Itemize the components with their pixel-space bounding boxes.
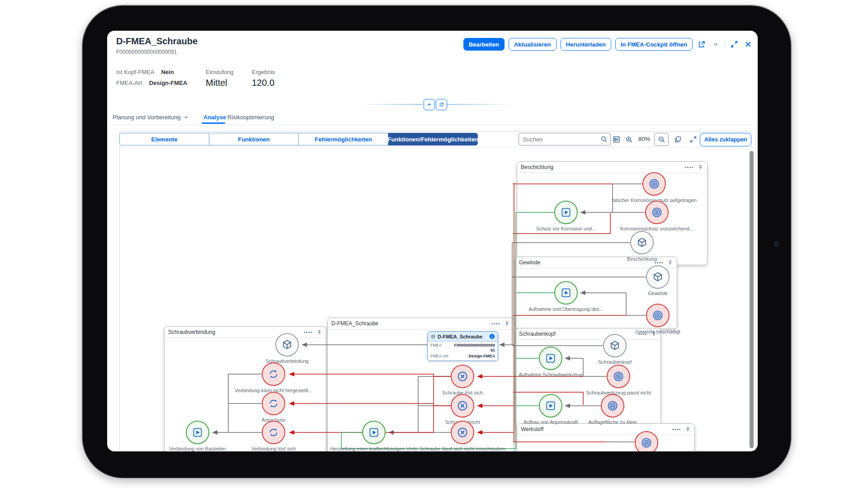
failure-node[interactable]: Schraube lässt sich nicht einschrauben	[451, 421, 474, 444]
function-node[interactable]: Herstellung einer kraftschlüssigen Verbi	[362, 421, 386, 444]
x-circle-icon	[456, 399, 469, 413]
play-icon	[368, 426, 380, 439]
failure-node[interactable]: Gewinde beschädigt	[646, 304, 670, 327]
x-circle-icon	[456, 370, 469, 383]
fmea-info-card[interactable]: D-FMEA_Schraube FMEA F000000000000000009…	[427, 331, 498, 361]
drag-handle-icon[interactable]	[672, 429, 680, 430]
open-cockpit-button[interactable]: In FMEA-Cockpit öffnen	[615, 38, 693, 51]
copy-icon[interactable]	[672, 134, 683, 144]
download-button[interactable]: Herunterladen	[561, 38, 611, 51]
element-node[interactable]: Schraubverbindung	[275, 333, 299, 357]
edit-button[interactable]: Bearbeiten	[463, 38, 505, 51]
toolbar-separator	[120, 147, 755, 148]
tablet-camera	[774, 241, 779, 247]
tablet-screen: D-FMEA_Schraube F0000000000000000091 Bea…	[107, 31, 758, 451]
tab-analyse-label: Analyse	[203, 114, 226, 121]
bullseye-icon	[651, 309, 665, 322]
tab-analyse[interactable]: Analyse	[203, 114, 226, 121]
failure-node[interactable]: Schraube bricht	[451, 394, 474, 418]
element-node[interactable]: Schraubenkopf	[603, 334, 627, 357]
bullseye-icon	[650, 206, 664, 219]
fmea-art-row: FMEA-Art Design-FMEA	[116, 80, 187, 86]
collapse-all-button[interactable]: Alles zuklappen	[700, 133, 751, 146]
segment-funktionen-fehlermoeglichkeiten[interactable]: Funktionen/Fehlermöglichkeiten	[388, 133, 478, 145]
segment-funktionen[interactable]: Funktionen	[209, 133, 299, 145]
vertical-scrollbar[interactable]	[750, 151, 754, 448]
cube-icon	[609, 339, 621, 352]
failure-node[interactable]: Schraube löst sich	[451, 365, 474, 388]
collapse-box-icon[interactable]	[504, 321, 510, 327]
failure-node[interactable]: Verbindung löst sich	[262, 421, 285, 444]
card-art-value: Design-FMEA	[469, 354, 495, 359]
card-title: D-FMEA_Schraube	[438, 334, 487, 339]
cube-icon	[636, 236, 648, 249]
function-node[interactable]: Aufbau von Anpresskraft	[539, 394, 562, 418]
failure-node[interactable]	[635, 431, 658, 451]
failure-node[interactable]: Korrosionsschutz unzureichend...	[645, 201, 669, 224]
collapse-box-icon[interactable]	[698, 164, 703, 170]
collapse-box-icon[interactable]	[685, 427, 691, 432]
legend-icon[interactable]	[611, 134, 622, 144]
x-circle-icon	[456, 426, 469, 439]
zoom-out-icon[interactable]	[654, 133, 669, 146]
refresh-button[interactable]: Aktualisieren	[509, 38, 557, 51]
tab-planung[interactable]: Planung und Vorbereitung	[113, 114, 189, 121]
failure-node[interactable]: Verbindung kann nicht hergestellt...	[262, 362, 285, 386]
collapse-box-icon[interactable]	[316, 329, 322, 335]
tab-strip-divider	[107, 125, 758, 125]
function-node[interactable]: Schutz vor Korrosion und...	[554, 201, 578, 224]
function-node[interactable]: Verbindung von Bauteilen	[186, 421, 209, 444]
fullscreen-icon[interactable]	[688, 134, 698, 144]
close-icon[interactable]	[743, 39, 753, 50]
zoom-level: 80%	[635, 136, 653, 142]
bullseye-icon	[640, 436, 653, 450]
search-input[interactable]	[522, 136, 600, 143]
einstufung-value: Mittel	[206, 78, 227, 88]
play-icon	[560, 206, 572, 219]
view-segmented-control: Elemente Funktionen Fehlermöglichkeiten …	[119, 133, 478, 145]
header-divider	[725, 40, 725, 49]
page-id: F0000000000000000091	[116, 49, 177, 55]
pin-header-button[interactable]	[436, 99, 447, 110]
tab-risikooptimierung[interactable]: Risikooptimierung	[227, 114, 274, 121]
ergebnis-value: 120.0	[252, 78, 274, 88]
segment-fehlermoeglichkeiten[interactable]: Fehlermöglichkeiten	[299, 133, 388, 145]
chevron-down-icon[interactable]	[711, 39, 721, 50]
drag-handle-icon[interactable]	[655, 262, 663, 263]
function-node[interactable]: Aufnahme und Übertragung des...	[554, 281, 578, 305]
tab-risiko-label: Risikooptimierung	[227, 114, 274, 121]
ergebnis-label: Ergebnis	[252, 69, 275, 75]
element-node[interactable]: Gewinde	[646, 265, 670, 289]
failure-node[interactable]: Auflagefläche zu klein	[601, 394, 624, 418]
failure-node[interactable]: Schraubwerkzeug passt nicht	[607, 365, 630, 388]
drag-handle-icon[interactable]	[304, 332, 312, 333]
failure-node[interactable]: falscher Korrosionsschutz aufgetragen	[642, 172, 666, 196]
drag-handle-icon[interactable]	[491, 323, 500, 324]
failure-node[interactable]: Ausschuss	[262, 392, 285, 415]
zoom-in-icon[interactable]	[623, 134, 634, 144]
fullscreen-icon[interactable]	[729, 39, 739, 50]
collapse-header-button[interactable]	[424, 99, 435, 110]
box-title: D-FMEA_Schraube	[331, 320, 378, 327]
element-node[interactable]: Beschichtung	[630, 231, 654, 254]
kopf-fmea-row: Ist Kopf-FMEA Nein	[116, 69, 174, 75]
search-icon[interactable]	[600, 136, 608, 143]
function-node[interactable]: Aufnahme Schraubwerkzeug	[539, 347, 562, 370]
cube-icon	[281, 338, 293, 351]
card-fmea-label: FMEA	[430, 343, 442, 353]
diagram-box-schraubenkopf[interactable]: Schraubenkopf	[515, 328, 661, 428]
play-icon	[560, 286, 572, 299]
header-action-bar: Bearbeiten Aktualisieren Herunterladen I…	[463, 38, 753, 51]
diagram-box-beschichtung[interactable]: Beschichtung	[517, 161, 708, 265]
segment-elemente[interactable]: Elemente	[119, 133, 209, 145]
box-title: Beschichtung	[521, 164, 553, 170]
fmea-art-label: FMEA-Art	[116, 80, 142, 86]
info-icon[interactable]	[489, 333, 495, 339]
bullseye-icon	[606, 399, 619, 413]
diagram-box-werkstoff[interactable]: Werkstoff	[517, 423, 695, 451]
chevron-down-icon	[183, 114, 189, 120]
share-icon[interactable]	[697, 39, 707, 50]
sync-icon	[267, 426, 280, 439]
fmea-art-value: Design-FMEA	[149, 80, 188, 86]
drag-handle-icon[interactable]	[685, 167, 693, 168]
